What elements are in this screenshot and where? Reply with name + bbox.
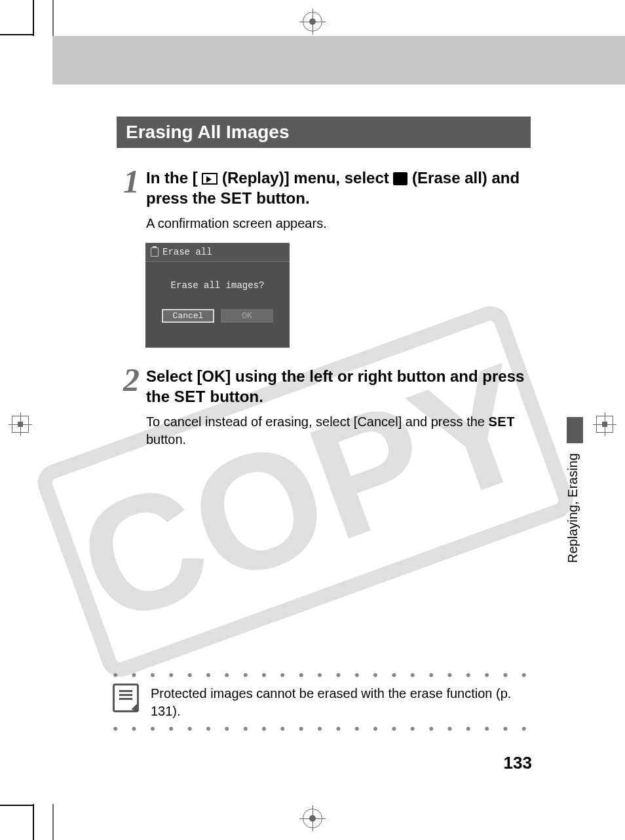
ok-option: OK [221,309,273,323]
step-2-heading: Select [OK] using the left or right butt… [146,366,529,407]
step-1-text: A confirmation screen appears. [146,215,529,232]
crop-mark [33,0,34,36]
registration-mark-icon [303,12,322,31]
screen-title: Erase all [162,247,212,257]
confirmation-screen: Erase all Erase all images? Cancel OK [145,243,290,348]
set-button-label: SET [220,189,252,207]
registration-mark-icon [596,416,613,433]
crop-mark [33,804,34,840]
screen-prompt: Erase all images? [145,262,290,309]
note-icon [113,684,139,712]
crop-mark [0,34,34,35]
trash-icon [151,247,159,257]
text: In the [ [146,169,198,187]
registration-mark-icon [303,809,322,828]
note-text: Protected images cannot be erased with t… [151,682,532,720]
chapter-label: Replaying, Erasing [565,445,580,563]
cancel-option: Cancel [162,309,214,323]
crop-mark [52,0,54,36]
set-button-label: SET [174,388,206,405]
erase-all-icon [393,172,407,185]
page-number: 133 [504,753,532,773]
chapter-tab [567,417,583,443]
text: button. [146,432,186,447]
note-callout: ● ● ● ● ● ● ● ● ● ● ● ● ● ● ● ● ● ● ● ● … [113,669,532,733]
text: (Replay)] menu, select [222,169,389,187]
set-button-label: SET [489,414,515,429]
replay-icon [202,173,218,185]
crop-mark [0,805,34,806]
crop-mark [52,804,54,840]
divider-dots: ● ● ● ● ● ● ● ● ● ● ● ● ● ● ● ● ● ● ● ● … [113,669,532,680]
header-band [52,36,625,84]
step-2: 2 Select [OK] using the left or right bu… [117,363,529,448]
text: button. [256,189,309,207]
step-1-heading: In the [ (Replay)] menu, select (Erase a… [146,168,529,208]
text: button. [210,388,263,405]
text: To cancel instead of erasing, select [Ca… [146,414,485,429]
section-title: Erasing All Images [117,117,531,148]
step-number: 2 [117,363,146,396]
registration-mark-icon [12,416,29,433]
divider-dots: ● ● ● ● ● ● ● ● ● ● ● ● ● ● ● ● ● ● ● ● … [113,723,532,733]
step-number: 1 [117,165,146,198]
step-1: 1 In the [ (Replay)] menu, select (Erase… [117,165,529,232]
step-2-text: To cancel instead of erasing, select [Ca… [146,413,529,448]
screen-title-bar: Erase all [145,243,290,262]
